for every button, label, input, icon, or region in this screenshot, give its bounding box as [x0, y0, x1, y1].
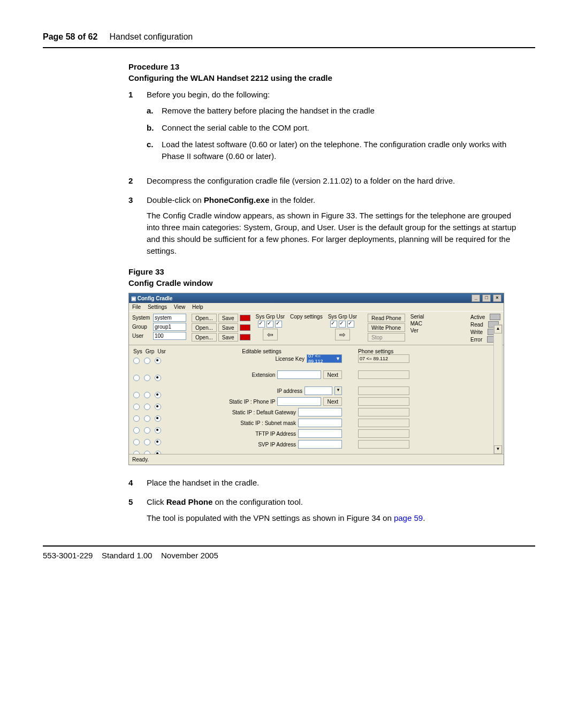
subnet-input[interactable] [298, 419, 342, 427]
radio[interactable] [155, 358, 161, 364]
phone-field [358, 419, 409, 427]
page-number: Page 58 of 62 [43, 32, 97, 41]
group-input[interactable] [153, 323, 186, 331]
open-group-button[interactable]: Open... [192, 323, 217, 332]
config-cradle-window: ▣ Config Cradle _ □ × File Settings View… [128, 293, 504, 465]
toolbar: System Group User Open...Save Open...Sav… [129, 312, 504, 345]
radio[interactable] [133, 404, 140, 410]
radio[interactable] [133, 415, 140, 422]
copy-left-button[interactable]: ⇦ [263, 329, 278, 340]
step-4: 4 Place the handset in the cradle. [128, 477, 524, 489]
system-input[interactable] [153, 314, 186, 322]
radio[interactable] [133, 427, 140, 434]
maximize-button[interactable]: □ [482, 294, 491, 302]
radio[interactable] [133, 392, 140, 398]
extension-input[interactable] [277, 370, 321, 379]
copy-usr-check[interactable] [275, 321, 282, 328]
phone-field [358, 429, 409, 438]
content: Procedure 13 Configuring the WLAN Handse… [128, 61, 524, 524]
radio[interactable] [133, 358, 140, 364]
save-system-button[interactable]: Save [218, 314, 238, 322]
radio[interactable] [144, 404, 150, 410]
copy-grp-check-2[interactable] [339, 321, 346, 328]
step-1: 1 Before you begin, do the following: a.… [128, 89, 524, 168]
ip-dropdown[interactable]: ▼ [334, 386, 342, 395]
radio[interactable] [155, 439, 161, 445]
copy-sys-check[interactable] [258, 321, 265, 328]
titlebar: ▣ Config Cradle _ □ × [129, 293, 504, 303]
radio[interactable] [144, 358, 150, 364]
section-title: Handset configuration [110, 32, 193, 41]
status-bar: Ready. [129, 454, 504, 465]
tftp-input[interactable] [298, 429, 342, 438]
svp-input[interactable] [298, 440, 342, 449]
open-user-button[interactable]: Open... [192, 333, 217, 342]
save-group-button[interactable]: Save [218, 323, 238, 332]
scroll-up-button[interactable]: ▲ [494, 325, 502, 333]
gateway-input[interactable] [298, 408, 342, 416]
menubar: File Settings View Help [129, 303, 504, 312]
copy-right-button[interactable]: ⇨ [335, 329, 350, 340]
radio[interactable] [133, 375, 140, 381]
radio[interactable] [144, 427, 150, 434]
minimize-button[interactable]: _ [471, 294, 480, 302]
radio[interactable] [144, 439, 150, 445]
radio[interactable] [144, 375, 150, 381]
next-button-2[interactable]: Next [323, 397, 342, 406]
phone-field [358, 440, 409, 449]
system-indicator [240, 315, 250, 321]
write-phone-button[interactable]: Write Phone [368, 323, 405, 332]
phone-field [358, 408, 409, 416]
phone-field [358, 397, 409, 406]
read-phone-button[interactable]: Read Phone [368, 314, 405, 322]
app-icon: ▣ [131, 295, 136, 301]
page-link[interactable]: page 59 [394, 513, 423, 522]
page-header: Page 58 of 62 Handset configuration [43, 32, 535, 48]
radio[interactable] [155, 375, 161, 381]
menu-help[interactable]: Help [192, 304, 203, 310]
active-indicator [490, 314, 500, 320]
scroll-down-button[interactable]: ▼ [494, 445, 502, 454]
save-user-button[interactable]: Save [218, 333, 238, 342]
menu-settings[interactable]: Settings [148, 304, 167, 310]
scrollbar[interactable]: ▲ ▼ [493, 324, 503, 454]
next-button[interactable]: Next [323, 370, 342, 379]
radio[interactable] [144, 415, 150, 422]
user-indicator [240, 334, 250, 340]
step-3: 3 Double-click on PhoneConfig.exe in the… [128, 194, 524, 257]
step-2: 2 Decompress the configuration cradle fi… [128, 175, 524, 187]
radio[interactable] [144, 392, 150, 398]
phone-field [358, 370, 409, 379]
license-select[interactable]: 07 <= 89.112▼ [307, 354, 342, 363]
phone-ip-input[interactable] [277, 397, 321, 406]
step-5: 5 Click Read Phone on the configuration … [128, 496, 524, 524]
ip-select[interactable] [305, 386, 332, 395]
radio[interactable] [155, 427, 161, 434]
copy-sys-check-2[interactable] [330, 321, 337, 328]
radio[interactable] [155, 404, 161, 410]
radio[interactable] [155, 415, 161, 422]
procedure-heading: Procedure 13 Configuring the WLAN Handse… [128, 61, 524, 84]
phone-field [358, 386, 409, 395]
phone-field: 07 <= 89.112 [358, 354, 409, 363]
close-button[interactable]: × [493, 294, 501, 302]
user-input[interactable] [153, 332, 186, 340]
group-indicator [240, 324, 250, 331]
menu-file[interactable]: File [132, 304, 141, 310]
copy-grp-check[interactable] [267, 321, 273, 328]
radio[interactable] [155, 392, 161, 398]
stop-button[interactable]: Stop [368, 333, 405, 342]
menu-view[interactable]: View [174, 304, 186, 310]
footer: 553-3001-229 Standard 1.00 November 2005 [43, 545, 535, 560]
radio[interactable] [133, 439, 140, 445]
open-system-button[interactable]: Open... [192, 314, 217, 322]
main-area: SysGrpUsr Editable settings License Key0… [129, 345, 504, 465]
copy-usr-check-2[interactable] [347, 321, 354, 328]
figure-caption: Figure 33 Config Cradle window [128, 266, 524, 289]
